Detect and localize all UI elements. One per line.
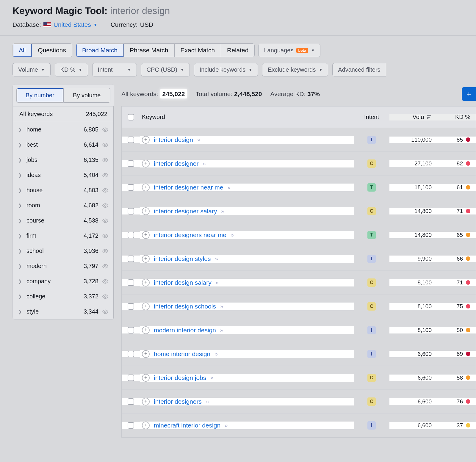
row-checkbox[interactable] bbox=[128, 256, 134, 262]
open-serp-icon[interactable]: » bbox=[227, 184, 229, 191]
eye-icon[interactable] bbox=[102, 233, 109, 239]
sidebar-group-school[interactable]: ❯school3,936 bbox=[13, 243, 114, 259]
tab-phrase-match[interactable]: Phrase Match bbox=[124, 44, 175, 57]
eye-icon[interactable] bbox=[102, 157, 109, 163]
column-intent[interactable]: Intent bbox=[354, 114, 389, 120]
open-serp-icon[interactable]: » bbox=[214, 351, 217, 357]
eye-icon[interactable] bbox=[102, 278, 109, 285]
sidebar-group-college[interactable]: ❯college3,372 bbox=[13, 289, 114, 304]
filter-kd[interactable]: KD %▼ bbox=[55, 63, 88, 76]
row-checkbox[interactable] bbox=[128, 422, 134, 429]
open-serp-icon[interactable]: » bbox=[216, 279, 218, 286]
sidebar-group-modern[interactable]: ❯modern3,797 bbox=[13, 259, 114, 274]
expand-keyword-icon[interactable]: + bbox=[142, 136, 150, 144]
expand-keyword-icon[interactable]: + bbox=[142, 422, 150, 429]
keyword-link[interactable]: home interior design bbox=[154, 350, 210, 358]
row-checkbox[interactable] bbox=[128, 398, 134, 405]
add-to-list-button[interactable]: + bbox=[462, 87, 476, 101]
row-checkbox[interactable] bbox=[128, 303, 134, 310]
tab-all[interactable]: All bbox=[13, 44, 32, 57]
sidebar-group-best[interactable]: ❯best6,614 bbox=[13, 137, 114, 152]
sidebar-group-room[interactable]: ❯room4,682 bbox=[13, 198, 114, 213]
expand-keyword-icon[interactable]: + bbox=[142, 160, 150, 167]
database-selector[interactable]: Database: United States ▼ bbox=[12, 21, 98, 28]
keyword-link[interactable]: interior design bbox=[154, 136, 193, 143]
expand-keyword-icon[interactable]: + bbox=[142, 184, 150, 191]
expand-keyword-icon[interactable]: + bbox=[142, 398, 150, 405]
tab-broad-match[interactable]: Broad Match bbox=[76, 44, 124, 57]
expand-keyword-icon[interactable]: + bbox=[142, 231, 150, 239]
keyword-link[interactable]: interior design jobs bbox=[154, 374, 206, 381]
keyword-link[interactable]: interior designers bbox=[154, 398, 202, 405]
tab-related[interactable]: Related bbox=[221, 44, 254, 57]
open-serp-icon[interactable]: » bbox=[206, 398, 208, 405]
filter-intent[interactable]: Intent▼ bbox=[92, 63, 137, 76]
sidebar-group-ideas[interactable]: ❯ideas5,404 bbox=[13, 167, 114, 183]
sidebar-all-keywords[interactable]: All keywords 245,022 bbox=[13, 107, 114, 122]
sidebar-group-style[interactable]: ❯style3,344 bbox=[13, 304, 114, 319]
row-checkbox[interactable] bbox=[128, 232, 134, 238]
eye-icon[interactable] bbox=[102, 217, 109, 224]
keyword-link[interactable]: minecraft interior design bbox=[154, 422, 220, 429]
open-serp-icon[interactable]: » bbox=[210, 375, 212, 381]
sidebar-group-jobs[interactable]: ❯jobs6,135 bbox=[13, 152, 114, 167]
row-checkbox[interactable] bbox=[128, 184, 134, 191]
eye-icon[interactable] bbox=[102, 263, 109, 270]
filter-advanced[interactable]: Advanced filters bbox=[332, 63, 386, 76]
row-checkbox[interactable] bbox=[128, 327, 134, 333]
expand-keyword-icon[interactable]: + bbox=[142, 279, 150, 286]
eye-icon[interactable] bbox=[102, 248, 109, 254]
filter-include-keywords[interactable]: Include keywords▼ bbox=[194, 63, 258, 76]
sidebar-group-house[interactable]: ❯house4,803 bbox=[13, 183, 114, 198]
eye-icon[interactable] bbox=[102, 202, 109, 209]
row-checkbox[interactable] bbox=[128, 351, 134, 357]
expand-keyword-icon[interactable]: + bbox=[142, 207, 150, 215]
tab-questions[interactable]: Questions bbox=[32, 44, 72, 57]
column-volume[interactable]: Volu bbox=[389, 114, 437, 120]
open-serp-icon[interactable]: » bbox=[197, 137, 199, 143]
row-checkbox[interactable] bbox=[128, 137, 134, 143]
expand-keyword-icon[interactable]: + bbox=[142, 350, 150, 358]
eye-icon[interactable] bbox=[102, 293, 109, 300]
select-all-checkbox[interactable] bbox=[128, 114, 134, 120]
row-checkbox[interactable] bbox=[128, 375, 134, 381]
sidebar-group-firm[interactable]: ❯firm4,172 bbox=[13, 228, 114, 243]
filter-exclude-keywords[interactable]: Exclude keywords▼ bbox=[262, 63, 328, 76]
open-serp-icon[interactable]: » bbox=[220, 303, 222, 310]
keyword-link[interactable]: interior design salary bbox=[154, 279, 212, 286]
keyword-link[interactable]: interior designer bbox=[154, 160, 199, 167]
row-checkbox[interactable] bbox=[128, 160, 134, 167]
filter-cpc[interactable]: CPC (USD)▼ bbox=[141, 63, 190, 76]
expand-keyword-icon[interactable]: + bbox=[142, 326, 150, 334]
eye-icon[interactable] bbox=[102, 172, 109, 178]
eye-icon[interactable] bbox=[102, 126, 109, 133]
expand-keyword-icon[interactable]: + bbox=[142, 303, 150, 310]
open-serp-icon[interactable]: » bbox=[215, 256, 217, 262]
filter-volume[interactable]: Volume▼ bbox=[12, 63, 51, 76]
open-serp-icon[interactable]: » bbox=[203, 160, 205, 167]
scrollbar[interactable] bbox=[113, 105, 114, 320]
row-checkbox[interactable] bbox=[128, 279, 134, 286]
sort-by-number[interactable]: By number bbox=[16, 88, 64, 103]
expand-keyword-icon[interactable]: + bbox=[142, 255, 150, 263]
sort-by-volume[interactable]: By volume bbox=[64, 88, 111, 103]
sidebar-group-company[interactable]: ❯company3,728 bbox=[13, 274, 114, 289]
eye-icon[interactable] bbox=[102, 308, 109, 315]
keyword-link[interactable]: interior designer salary bbox=[154, 208, 217, 215]
keyword-link[interactable]: modern interior design bbox=[154, 327, 216, 334]
keyword-link[interactable]: interior designers near me bbox=[154, 231, 226, 239]
column-kd[interactable]: KD % bbox=[437, 114, 476, 120]
expand-keyword-icon[interactable]: + bbox=[142, 374, 150, 382]
languages-dropdown[interactable]: Languages beta ▼ bbox=[258, 44, 320, 57]
eye-icon[interactable] bbox=[102, 187, 109, 194]
open-serp-icon[interactable]: » bbox=[231, 232, 233, 238]
keyword-link[interactable]: interior design schools bbox=[154, 303, 216, 310]
eye-icon[interactable] bbox=[102, 142, 109, 148]
open-serp-icon[interactable]: » bbox=[220, 327, 222, 333]
open-serp-icon[interactable]: » bbox=[221, 208, 223, 214]
keyword-link[interactable]: interior designer near me bbox=[154, 184, 223, 191]
keyword-link[interactable]: interior design styles bbox=[154, 255, 211, 262]
column-keyword[interactable]: Keyword bbox=[140, 114, 354, 120]
tab-exact-match[interactable]: Exact Match bbox=[175, 44, 221, 57]
sidebar-group-home[interactable]: ❯home6,805 bbox=[13, 122, 114, 137]
